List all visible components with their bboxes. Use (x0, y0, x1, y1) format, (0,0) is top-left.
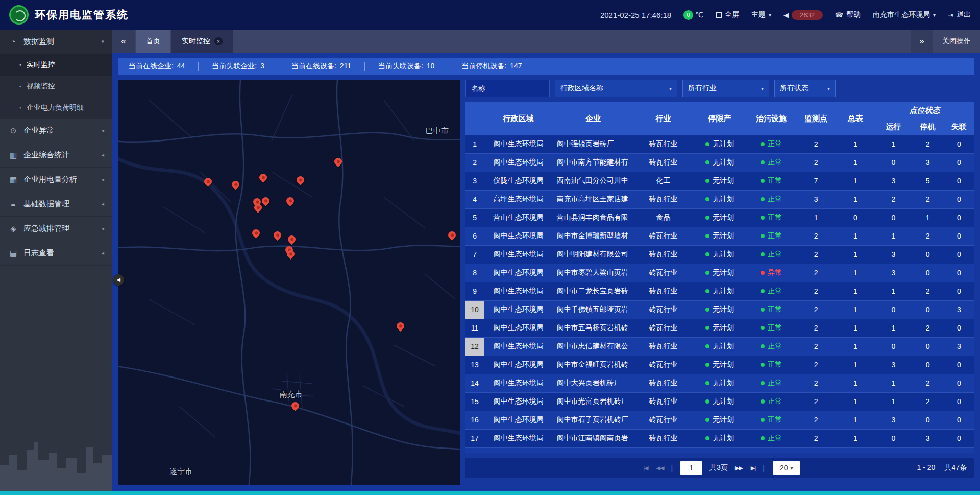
theme-dropdown[interactable]: 主题 ▾ (751, 10, 771, 19)
page-size-select[interactable]: 20 ▾ (773, 461, 800, 475)
map-pin-icon[interactable] (290, 400, 301, 411)
cell-seq: 15 (465, 392, 484, 411)
table-row[interactable]: 15阆中生态环境局阆中市光富页岩机砖厂砖瓦行业无计划正常21120 (465, 392, 974, 411)
first-page-button[interactable]: |◀ (643, 465, 648, 472)
map-pin-icon[interactable] (251, 228, 261, 239)
header-facility: 治污设施 (746, 102, 796, 135)
cell-industry: 砖瓦行业 (633, 374, 693, 392)
cell-facility-status: 正常 (746, 245, 796, 264)
cell-monitor: 2 (797, 135, 836, 153)
tabs-scroll-left-button[interactable]: « (112, 30, 135, 53)
prev-page-button[interactable]: ◀◀ (656, 465, 664, 472)
status-filter-select[interactable]: 所有状态 ▾ (774, 80, 836, 97)
tab-realtime-monitor[interactable]: 实时监控 × (172, 30, 233, 53)
map-panel[interactable]: 巴中市南充市遂宁市 ◀ (118, 80, 460, 485)
cell-company: 南充市高坪区王家店建 (553, 190, 634, 208)
panel-collapse-button[interactable]: ◀ (113, 274, 124, 286)
cell-facility-status: 正常 (746, 411, 796, 429)
cell-seq: 10 (465, 300, 484, 319)
emergency-icon: ◈ (8, 224, 18, 233)
header-region: 行政区域 (484, 102, 553, 135)
map-pin-icon[interactable] (203, 176, 213, 187)
close-operations-button[interactable]: 关闭操作 (933, 37, 980, 46)
sidebar-group[interactable]: ◈应急减排管理◂ (0, 217, 112, 241)
help-button[interactable]: ☎ 帮助 (835, 10, 861, 19)
table-row[interactable]: 3仪陇生态环境局西南油气田分公司川中化工无计划正常71350 (465, 172, 974, 190)
table-row[interactable]: 5营山生态环境局营山县润丰肉食品有限食品无计划正常10010 (465, 208, 974, 227)
last-page-button[interactable]: ▶| (751, 465, 755, 472)
stop-plan-label: 无计划 (713, 231, 734, 240)
cell-seq: 17 (465, 429, 484, 447)
map-pin-icon[interactable] (295, 175, 306, 185)
table-row[interactable]: 11阆中生态环境局阆中市五马桥页岩机砖砖瓦行业无计划正常21120 (465, 319, 974, 337)
org-dropdown[interactable]: 南充市生态环境局 ▾ (873, 10, 936, 19)
sidebar-group[interactable]: ▤日志查看◂ (0, 241, 112, 266)
table-row[interactable]: 4高坪生态环境局南充市高坪区王家店建砖瓦行业无计划正常31220 (465, 190, 974, 208)
map-pin-icon[interactable] (446, 230, 457, 241)
table-row[interactable]: 13阆中生态环境局阆中市金福旺页岩机砖砖瓦行业无计划正常21300 (465, 356, 974, 374)
cell-run: 0 (875, 300, 911, 319)
sidebar-item-label: 视频监控 (27, 82, 55, 91)
status-dot-green (705, 252, 709, 256)
status-dot-green (761, 381, 765, 385)
sidebar-group[interactable]: ⊙企业异常◂ (0, 119, 112, 143)
cell-run: 1 (875, 227, 911, 245)
status-dot-green (761, 197, 765, 201)
map-pin-icon[interactable] (260, 196, 271, 206)
cell-lost: 0 (944, 374, 974, 392)
table-row[interactable]: 10阆中生态环境局阆中千佛镇五郎垭页岩砖瓦行业无计划正常21003 (465, 300, 974, 319)
table-row[interactable]: 7阆中生态环境局阆中明阳建材有限公司砖瓦行业无计划正常21300 (465, 245, 974, 264)
sidebar-item[interactable]: ●视频监控 (0, 76, 112, 97)
table-row[interactable]: 12阆中生态环境局阆中市忠信建材有限公砖瓦行业无计划正常21003 (465, 337, 974, 356)
tab-home[interactable]: 首页 (136, 30, 170, 53)
status-dot-green (705, 326, 709, 330)
table-row[interactable]: 16阆中生态环境局阆中市石子页岩机砖厂砖瓦行业无计划正常21300 (465, 411, 974, 429)
tabs-scroll-right-button[interactable]: » (911, 30, 933, 53)
cell-monitor: 2 (797, 319, 836, 337)
industry-filter-select[interactable]: 所有行业 ▾ (682, 80, 769, 97)
sidebar-item[interactable]: ●实时监控 (0, 54, 112, 76)
sidebar-group[interactable]: ▦企业用电量分析◂ (0, 168, 112, 192)
map-pin-icon[interactable] (286, 234, 297, 245)
chevron-left-icon: ◂ (101, 250, 104, 256)
stop-plan-label: 无计划 (713, 379, 734, 387)
cell-total: 1 (836, 429, 875, 447)
sidebar-item[interactable]: ●企业电力负荷明细 (0, 97, 112, 119)
table-row[interactable]: 14阆中生态环境局阆中大兴页岩机砖厂砖瓦行业无计划正常21120 (465, 374, 974, 392)
map-pin-icon[interactable] (258, 172, 268, 183)
table-row[interactable]: 6阆中生态环境局阆中市金博瑞新型墙材砖瓦行业无计划正常21120 (465, 227, 974, 245)
cell-stop-plan: 无计划 (693, 135, 746, 153)
facility-status-label: 正常 (768, 452, 782, 453)
stop-plan-label: 无计划 (713, 323, 734, 332)
cell-monitor: 2 (797, 411, 836, 429)
sidebar-group[interactable]: ◔数据监测▾ (0, 30, 112, 54)
map-pin-icon[interactable] (395, 321, 406, 332)
status-dot-green (705, 160, 709, 164)
sidebar-group[interactable]: ≡基础数据管理◂ (0, 192, 112, 217)
stat-item: 当前失联企业: 3 (199, 62, 278, 71)
fullscreen-button[interactable]: 全屏 (716, 10, 739, 19)
cell-company: 西南油气田分公司川中 (553, 172, 634, 190)
map-pin-icon[interactable] (272, 230, 283, 241)
map-pin-icon[interactable] (230, 179, 241, 190)
name-filter-input[interactable] (465, 80, 550, 97)
notification-button[interactable]: ◀ 2632 (783, 10, 823, 20)
table-row[interactable]: 17阆中生态环境局阆中市江南镇阆南页岩砖瓦行业无计划正常21030 (465, 429, 974, 447)
map-pin-icon[interactable] (285, 196, 296, 206)
cell-lost: 0 (944, 227, 974, 245)
map-pin-icon[interactable] (333, 156, 344, 167)
table-row[interactable]: 1阆中生态环境局阆中强锐页岩砖厂砖瓦行业无计划正常21120 (465, 135, 974, 153)
table-row[interactable]: 8阆中生态环境局阆中市枣碧大梁山页岩砖瓦行业无计划异常21300 (465, 264, 974, 282)
table-row[interactable]: 18南部生态环境局南部县页岩砖有限公司砖瓦行业无计划正常21003 (465, 447, 974, 453)
cell-stop: 3 (911, 153, 944, 172)
region-filter-select[interactable]: 行政区域名称 ▾ (555, 80, 677, 97)
page-number-input[interactable] (680, 461, 702, 475)
table-row[interactable]: 9阆中生态环境局阆中市二龙长宝页岩砖砖瓦行业无计划正常21120 (465, 282, 974, 300)
logout-button[interactable]: ⇥ 退出 (948, 10, 971, 19)
close-icon[interactable]: × (214, 37, 223, 45)
double-chevron-left-icon: « (121, 36, 126, 46)
cell-seq: 12 (465, 337, 484, 356)
sidebar-group[interactable]: ▥企业综合统计◂ (0, 143, 112, 168)
table-row[interactable]: 2阆中生态环境局阆中市南方节能建材有砖瓦行业无计划正常21030 (465, 153, 974, 172)
next-page-button[interactable]: ▶▶ (735, 465, 743, 472)
